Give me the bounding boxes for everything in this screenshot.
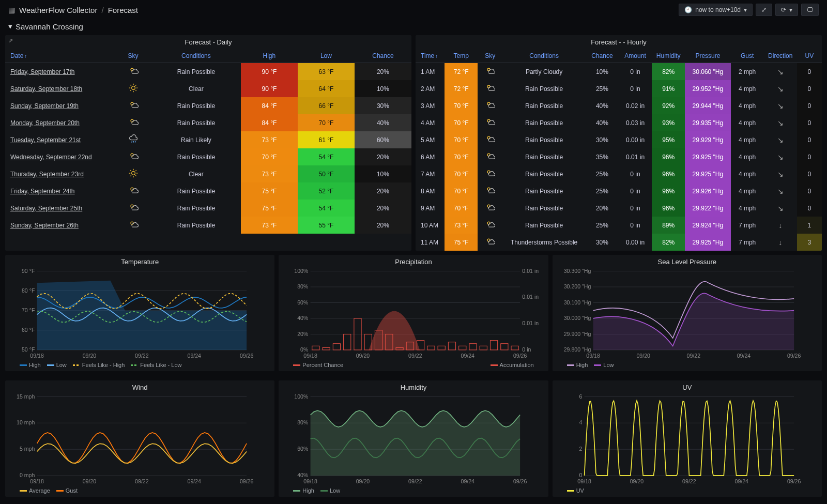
sky-icon	[478, 131, 502, 148]
sky-icon	[115, 97, 151, 114]
panel-pressure: Sea Level Pressure 29.800 "Hg29.900 "Hg3…	[553, 255, 822, 371]
high-cell: 73 °F	[241, 131, 298, 148]
svg-text:09/24: 09/24	[461, 478, 475, 484]
conditions-cell: Rain Possible	[502, 97, 585, 114]
chart-title: Humidity	[279, 380, 548, 392]
chart-body[interactable]: 29.800 "Hg29.900 "Hg30.000 "Hg30.100 "Hg…	[553, 267, 822, 360]
col-conditions[interactable]: Conditions	[502, 49, 585, 63]
col-temp[interactable]: Temp	[445, 49, 478, 63]
refresh-button[interactable]: ⟳▾	[775, 4, 798, 16]
col-low[interactable]: Low	[298, 49, 355, 63]
low-cell: 54 °F	[298, 148, 355, 165]
pressure-cell: 29.935 "Hg	[685, 114, 730, 131]
col-time[interactable]: Time↑	[416, 49, 445, 63]
pressure-cell: 29.944 "Hg	[685, 97, 730, 114]
uv-cell: 0	[797, 97, 822, 114]
conditions-cell: Rain Possible	[502, 200, 585, 217]
col-pressure[interactable]: Pressure	[685, 49, 730, 63]
legend-item[interactable]: Feels Like - Low	[131, 362, 181, 368]
svg-text:30.100 "Hg: 30.100 "Hg	[563, 299, 591, 306]
legend-item[interactable]: High	[567, 362, 588, 368]
chart-body[interactable]: 0%20%40%60%80%100%0 in0.01 in0.01 in0.01…	[279, 267, 548, 360]
direction-cell: ↘	[764, 148, 797, 165]
date-link[interactable]: Friday, September 17th	[5, 63, 115, 81]
svg-text:09/18: 09/18	[304, 478, 318, 484]
col-direction[interactable]: Direction	[764, 49, 797, 63]
date-link[interactable]: Sunday, September 26th	[5, 217, 115, 234]
legend-item[interactable]: Accumulation	[491, 362, 534, 368]
timepicker-button[interactable]: 🕘 now to now+10d ▾	[679, 4, 753, 16]
high-cell: 84 °F	[241, 114, 298, 131]
direction-cell: ↘	[764, 182, 797, 200]
col-humidity[interactable]: Humidity	[652, 49, 685, 63]
amount-cell: 0 in	[619, 182, 652, 200]
svg-text:80 °F: 80 °F	[22, 287, 35, 294]
date-link[interactable]: Friday, September 24th	[5, 182, 115, 200]
section-title: Savannah Crossing	[16, 22, 83, 31]
breadcrumb-page[interactable]: Forecast	[108, 6, 138, 14]
tv-mode-button[interactable]: 🖵	[801, 4, 819, 16]
temp-cell: 70 °F	[445, 148, 478, 165]
chart-body[interactable]: 50 °F60 °F70 °F80 °F90 °F09/1809/2009/22…	[5, 267, 274, 360]
gust-cell: 4 mph	[731, 165, 764, 182]
pressure-cell: 29.925 "Hg	[685, 165, 730, 182]
chart-body[interactable]: 024609/1809/2009/2209/2409/26	[553, 392, 822, 485]
col-gust[interactable]: Gust	[731, 49, 764, 63]
svg-text:60 °F: 60 °F	[22, 327, 35, 333]
svg-text:09/22: 09/22	[408, 478, 422, 484]
col-sky[interactable]: Sky	[115, 49, 151, 63]
zoom-out-button[interactable]: ⤢	[756, 4, 772, 16]
conditions-cell: Rain Possible	[151, 148, 241, 165]
svg-text:15 mph: 15 mph	[17, 393, 35, 400]
breadcrumb-app[interactable]: WeatherFlow Collector	[19, 6, 97, 14]
chance-cell: 20%	[355, 200, 411, 217]
date-link[interactable]: Tuesday, September 21st	[5, 131, 115, 148]
col-date[interactable]: Date↑	[5, 49, 115, 63]
legend-item[interactable]: Low	[320, 487, 340, 494]
chart-body[interactable]: 40%60%80%100%09/1809/2009/2209/2409/26	[279, 392, 548, 485]
chance-cell: 20%	[355, 63, 411, 81]
legend-item[interactable]: Average	[20, 487, 50, 494]
svg-text:60%: 60%	[298, 299, 309, 306]
svg-text:09/18: 09/18	[30, 353, 44, 359]
date-link[interactable]: Sunday, September 19th	[5, 97, 115, 114]
direction-cell: ↘	[764, 63, 797, 81]
col-sky[interactable]: Sky	[478, 49, 502, 63]
svg-line-22	[135, 175, 136, 176]
sky-icon	[478, 114, 502, 131]
panel-forecast-daily: ⇗ Forecast - Daily Date↑SkyConditionsHig…	[5, 35, 411, 251]
sky-icon	[478, 165, 502, 182]
legend-item[interactable]: Gust	[56, 487, 78, 494]
date-link[interactable]: Saturday, September 18th	[5, 80, 115, 97]
legend-item[interactable]: UV	[567, 487, 584, 494]
date-link[interactable]: Wednesday, September 22nd	[5, 148, 115, 165]
col-high[interactable]: High	[241, 49, 298, 63]
svg-line-7	[135, 90, 136, 91]
chance-cell: 25%	[586, 217, 619, 234]
time-cell: 1 AM	[416, 63, 445, 81]
legend-item[interactable]: High	[293, 487, 314, 494]
chance-cell: 20%	[355, 217, 411, 234]
date-link[interactable]: Saturday, September 25th	[5, 200, 115, 217]
hourly-table: Time↑TempSkyConditionsChanceAmountHumidi…	[416, 49, 822, 251]
table-row: 9 AM 70 °F Rain Possible 20% 0 in 96% 29…	[416, 200, 822, 217]
dashboard-icon[interactable]: ▦	[8, 6, 15, 14]
date-link[interactable]: Monday, September 20th	[5, 114, 115, 131]
chart-body[interactable]: 0 mph5 mph10 mph15 mph09/1809/2009/2209/…	[5, 392, 274, 485]
section-toggle[interactable]: ▾ Savannah Crossing	[0, 20, 827, 35]
temp-cell: 70 °F	[445, 165, 478, 182]
col-chance[interactable]: Chance	[355, 49, 411, 63]
chance-cell: 10%	[355, 80, 411, 97]
col-uv[interactable]: UV	[797, 49, 822, 63]
col-conditions[interactable]: Conditions	[151, 49, 241, 63]
col-amount[interactable]: Amount	[619, 49, 652, 63]
legend-item[interactable]: Feels Like - High	[73, 362, 125, 368]
col-chance[interactable]: Chance	[586, 49, 619, 63]
external-link-icon[interactable]: ⇗	[8, 37, 13, 44]
legend-item[interactable]: High	[20, 362, 41, 368]
legend-item[interactable]: Low	[47, 362, 67, 368]
legend-item[interactable]: Low	[594, 362, 614, 368]
date-link[interactable]: Thursday, September 23rd	[5, 165, 115, 182]
humidity-cell: 82%	[652, 63, 685, 81]
legend-item[interactable]: Percent Chance	[293, 362, 343, 368]
